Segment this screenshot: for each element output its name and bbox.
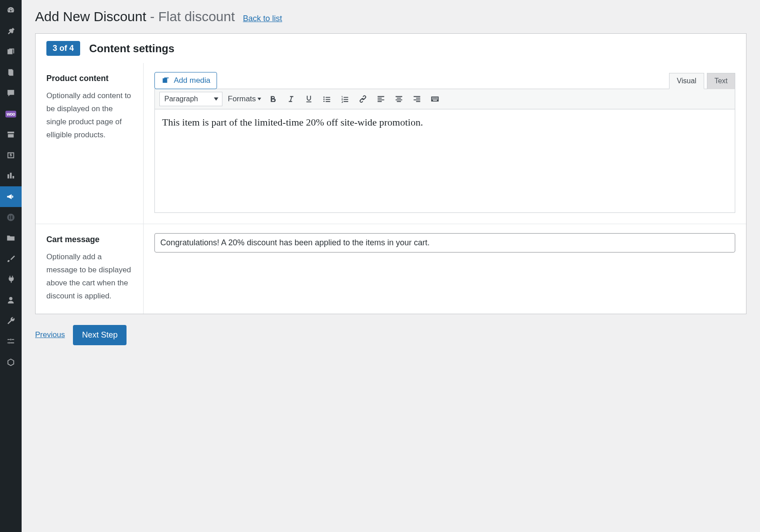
sidebar-item-elementor[interactable] bbox=[0, 207, 22, 228]
section-left: Product content Optionally add content t… bbox=[36, 63, 144, 224]
keyboard-icon bbox=[430, 94, 440, 104]
sidebar-item-dashboard[interactable] bbox=[0, 0, 22, 21]
wizard-footer: Previous Next Step bbox=[35, 325, 746, 345]
bold-button[interactable] bbox=[267, 93, 279, 105]
cube-icon bbox=[6, 357, 16, 367]
section-left: Cart message Optionally add a message to… bbox=[36, 224, 144, 314]
bar-chart-icon bbox=[6, 171, 16, 181]
sidebar-item-settings[interactable] bbox=[0, 331, 22, 352]
formats-dropdown[interactable]: Formats bbox=[228, 95, 261, 104]
elementor-icon bbox=[6, 212, 16, 222]
sidebar-item-appearance[interactable] bbox=[0, 248, 22, 269]
sidebar-item-pages[interactable] bbox=[0, 62, 22, 83]
user-icon bbox=[6, 295, 16, 305]
media-icon bbox=[161, 76, 170, 85]
sidebar-item-tools[interactable] bbox=[0, 311, 22, 331]
wysiwyg-editor: Add media Visual Text Paragraph bbox=[154, 72, 735, 213]
main-content: Add New Discount - Flat discount Back to… bbox=[22, 0, 760, 532]
pin-icon bbox=[6, 26, 16, 36]
editor-body[interactable]: This item is part of the limited-time 20… bbox=[154, 109, 735, 213]
pages-icon bbox=[6, 68, 16, 77]
page-subtitle: - Flat discount bbox=[150, 9, 235, 24]
archive-icon bbox=[6, 130, 16, 140]
media-icon bbox=[6, 47, 16, 57]
section-right bbox=[144, 224, 746, 314]
plug-icon bbox=[6, 275, 16, 284]
cart-message-desc: Optionally add a message to be displayed… bbox=[46, 251, 134, 303]
underline-button[interactable] bbox=[303, 93, 315, 105]
comment-icon bbox=[6, 88, 16, 98]
product-content-desc: Optionally add content to be displayed o… bbox=[46, 90, 134, 142]
cart-message-heading: Cart message bbox=[46, 235, 134, 244]
sidebar-item-marketing[interactable] bbox=[0, 186, 22, 207]
numbered-list-icon bbox=[340, 94, 350, 104]
sidebar-item-media[interactable] bbox=[0, 41, 22, 62]
sidebar-item-comments[interactable] bbox=[0, 83, 22, 104]
page-title: Add New Discount - Flat discount bbox=[35, 9, 235, 24]
link-button[interactable] bbox=[357, 93, 369, 105]
align-right-icon bbox=[412, 94, 422, 104]
panel-title: Content settings bbox=[89, 42, 174, 55]
settings-panel: 3 of 4 Content settings Product content … bbox=[35, 33, 746, 314]
panel-header: 3 of 4 Content settings bbox=[36, 34, 746, 63]
cart-message-input[interactable] bbox=[154, 233, 735, 252]
italic-icon bbox=[286, 94, 296, 104]
dollar-box-icon bbox=[6, 150, 16, 160]
keyboard-button[interactable] bbox=[429, 93, 441, 105]
sliders-icon bbox=[6, 337, 16, 347]
previous-link[interactable]: Previous bbox=[35, 330, 65, 339]
underline-icon bbox=[304, 94, 314, 104]
italic-button[interactable] bbox=[285, 93, 297, 105]
folder-icon bbox=[6, 233, 16, 243]
megaphone-icon bbox=[6, 192, 16, 202]
wrench-icon bbox=[6, 316, 16, 326]
sidebar-item-analytics[interactable] bbox=[0, 166, 22, 186]
paragraph-select[interactable]: Paragraph bbox=[159, 92, 222, 106]
sidebar-item-woocommerce[interactable]: woo bbox=[0, 104, 22, 124]
editor-top-bar: Add media Visual Text bbox=[154, 72, 735, 89]
add-media-label: Add media bbox=[174, 76, 210, 85]
align-left-icon bbox=[376, 94, 386, 104]
editor-tabs: Visual Text bbox=[666, 73, 735, 89]
link-icon bbox=[358, 94, 368, 104]
page-title-text: Add New Discount bbox=[35, 9, 146, 24]
cart-message-section: Cart message Optionally add a message to… bbox=[36, 224, 746, 314]
sidebar-item-users[interactable] bbox=[0, 290, 22, 311]
sidebar-item-payments[interactable] bbox=[0, 145, 22, 166]
align-left-button[interactable] bbox=[375, 93, 387, 105]
sidebar-item-files[interactable] bbox=[0, 228, 22, 248]
numbered-list-button[interactable] bbox=[339, 93, 351, 105]
step-badge: 3 of 4 bbox=[46, 41, 80, 56]
product-content-section: Product content Optionally add content t… bbox=[36, 63, 746, 224]
paragraph-select-label: Paragraph bbox=[164, 95, 198, 103]
section-right: Add media Visual Text Paragraph bbox=[144, 63, 746, 224]
bullet-list-icon bbox=[322, 94, 332, 104]
align-center-button[interactable] bbox=[393, 93, 405, 105]
next-step-button[interactable]: Next Step bbox=[73, 325, 127, 345]
sidebar-item-collapse[interactable] bbox=[0, 352, 22, 373]
add-media-button[interactable]: Add media bbox=[154, 72, 217, 89]
formats-dropdown-label: Formats bbox=[228, 95, 256, 104]
brush-icon bbox=[6, 254, 16, 264]
editor-toolbar: Paragraph Formats bbox=[154, 89, 735, 109]
gauge-icon bbox=[6, 5, 16, 15]
align-center-icon bbox=[394, 94, 404, 104]
bold-icon bbox=[268, 94, 278, 104]
back-to-list-link[interactable]: Back to list bbox=[243, 14, 282, 23]
product-content-heading: Product content bbox=[46, 74, 134, 83]
sidebar-item-pin[interactable] bbox=[0, 21, 22, 41]
woo-icon: woo bbox=[5, 111, 17, 117]
align-right-button[interactable] bbox=[411, 93, 423, 105]
page-header: Add New Discount - Flat discount Back to… bbox=[35, 9, 746, 24]
bullet-list-button[interactable] bbox=[321, 93, 333, 105]
sidebar-item-plugins[interactable] bbox=[0, 269, 22, 290]
sidebar-item-archive[interactable] bbox=[0, 124, 22, 145]
admin-sidebar: woo bbox=[0, 0, 22, 532]
tab-visual[interactable]: Visual bbox=[669, 73, 704, 89]
tab-text[interactable]: Text bbox=[707, 73, 735, 89]
